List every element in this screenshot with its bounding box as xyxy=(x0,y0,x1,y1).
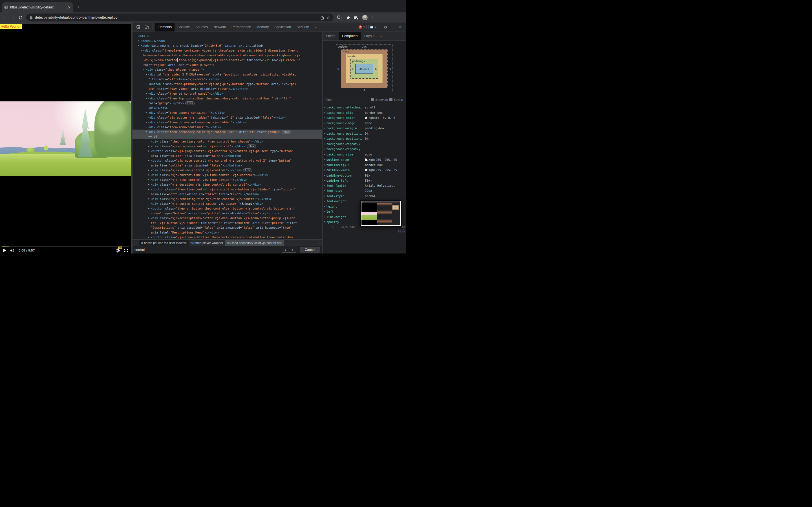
expand-arrow-icon[interactable]: ▶ xyxy=(322,152,326,157)
bookmark-star-icon[interactable]: ☆ xyxy=(326,15,330,20)
expand-arrow-icon[interactable]: ▶ xyxy=(147,216,150,221)
media-playlist-icon[interactable] xyxy=(354,15,359,20)
flex-badge[interactable]: flex xyxy=(185,101,194,105)
expand-arrow-icon[interactable]: ▶ xyxy=(322,115,326,121)
error-badge[interactable]: ✕1 xyxy=(357,25,366,29)
expand-arrow-icon[interactable]: ▶ xyxy=(322,214,326,220)
dom-node[interactable]: ▶<div class="vjs-current-time vjs-time-c… xyxy=(133,173,322,177)
dom-node[interactable]: ▶<button class="vjs-mute-control vjs-con… xyxy=(133,158,322,163)
dom-node[interactable]: ▶<button class="theo-vr-button theo-cont… xyxy=(133,206,322,211)
volume-icon[interactable] xyxy=(10,249,15,252)
video-settings-button[interactable]: HD xyxy=(115,248,120,252)
breadcrumb-item[interactable]: div.theo-player-wrapper xyxy=(189,240,225,245)
filter-input[interactable]: Filter xyxy=(325,98,333,101)
computed-property-row[interactable]: ▶outline-colorrgb(255, 255, 25 xyxy=(322,157,406,163)
devtools-tab-application[interactable]: Application xyxy=(271,23,294,32)
expand-arrow-icon[interactable]: ▶ xyxy=(322,183,326,188)
forward-button[interactable]: → xyxy=(11,15,15,20)
computed-property-row[interactable]: ▶outline-stylenone xyxy=(322,163,406,168)
inspect-element-icon[interactable] xyxy=(135,25,142,29)
computed-property-row[interactable]: ▶background-position…0% xyxy=(322,136,406,142)
expand-arrow-icon[interactable]: ▶ xyxy=(322,168,326,173)
extensions-puzzle-icon[interactable] xyxy=(346,15,350,20)
computed-property-row[interactable]: ▶padding-left6px xyxy=(322,178,406,183)
expand-arrow-icon[interactable]: ▶ xyxy=(147,177,150,182)
dom-node-selected[interactable]: == $0 xyxy=(133,134,322,139)
dom-node[interactable]: aria-live="off" aria-disabled="false" ti… xyxy=(133,192,322,196)
dom-node[interactable]: <div class="theo-tertiary-color theo-con… xyxy=(133,139,322,144)
devtools-tab-security[interactable]: Security xyxy=(294,23,312,32)
box-model-diagram[interactable]: position 785 0 0 0 margin - - - - border… xyxy=(336,45,393,93)
computed-property-row[interactable]: ▶background-clipborder-box xyxy=(322,110,406,115)
search-next-button[interactable]: ▼ xyxy=(289,247,296,252)
dom-node[interactable]: ▶<div class="vjs-progress-control vjs-co… xyxy=(133,144,322,149)
dom-node[interactable]: aria-live="polite" aria-disabled="false"… xyxy=(133,163,322,168)
devtools-menu-icon[interactable]: ⋮ xyxy=(389,25,396,29)
expand-arrow-icon[interactable]: ▶ xyxy=(322,209,326,214)
expand-arrow-icon[interactable]: ▶ xyxy=(147,187,150,192)
expand-arrow-icon[interactable]: ▶ xyxy=(147,149,150,154)
color-swatch[interactable] xyxy=(365,159,367,161)
browser-tab[interactable]: https://detect-visibility-default ✕ xyxy=(2,2,73,12)
dom-node[interactable]: ▶<div class="vjs-time-control vjs-time-d… xyxy=(133,177,322,182)
dom-node[interactable]: role="region" aria-label="video player"> xyxy=(133,62,322,67)
expand-arrow-icon[interactable]: ▶ xyxy=(137,39,140,43)
browser-menu-icon[interactable]: ⋮ xyxy=(371,15,375,20)
flex-badge[interactable]: flex xyxy=(247,145,256,148)
dom-node[interactable]: role="group">…</div>flex xyxy=(133,101,322,106)
devtools-tab-sources[interactable]: Sources xyxy=(193,23,211,32)
video-poster-frame[interactable] xyxy=(0,101,131,176)
collapse-arrow-icon[interactable]: ▼ xyxy=(145,129,148,134)
expand-arrow-icon[interactable]: ▶ xyxy=(322,142,326,147)
dom-node[interactable]: ite" title="Play Video" aria-disabled="f… xyxy=(133,87,322,91)
dom-node[interactable]: aria-live="polite" aria-disabled="false"… xyxy=(133,154,322,158)
expand-arrow-icon[interactable]: ▶ xyxy=(322,131,326,136)
dom-node[interactable]: ▶<button class="theo-primary-color vjs-b… xyxy=(133,82,322,87)
flex-badge[interactable]: flex xyxy=(243,168,252,172)
collapse-arrow-icon[interactable]: ▼ xyxy=(137,43,140,48)
dom-node[interactable]: idden" type="button" aria-live="polite" … xyxy=(133,211,322,216)
breadcrumb-overflow-right[interactable]: … xyxy=(315,241,322,244)
new-tab-button[interactable]: + xyxy=(77,4,80,10)
expand-arrow-icon[interactable]: ▶ xyxy=(322,178,326,183)
devtools-tab-memory[interactable]: Memory xyxy=(254,23,271,32)
expand-arrow-icon[interactable]: ▶ xyxy=(145,120,148,125)
computed-property-row[interactable]: ▶background-attachme…scroll xyxy=(322,105,406,110)
expand-arrow-icon[interactable]: ▶ xyxy=(322,173,326,178)
screen-share-pip-window[interactable] xyxy=(360,200,402,227)
dom-node[interactable]: ▶<div class="vjs-duration vjs-time-contr… xyxy=(133,182,322,187)
expand-arrow-icon[interactable]: ▶ xyxy=(147,235,150,239)
expand-arrow-icon[interactable]: ▶ xyxy=(145,125,148,129)
expand-arrow-icon[interactable]: ▶ xyxy=(145,82,148,87)
expand-arrow-icon[interactable]: ▶ xyxy=(147,158,150,163)
play-button[interactable] xyxy=(3,249,6,252)
dom-node[interactable]: <div class="vjs-poster vjs-hidden" tabin… xyxy=(133,115,322,120)
dom-node[interactable]: ▶<div class="theo-top-controlbar theo-se… xyxy=(133,96,322,101)
more-tabs-icon[interactable]: » xyxy=(312,25,319,29)
expand-arrow-icon[interactable]: ▶ xyxy=(147,168,150,173)
expand-arrow-icon[interactable]: ▶ xyxy=(145,91,148,96)
dom-node[interactable]: ▼<body data-new-gr-c-s-check-loaded="14.… xyxy=(133,43,322,48)
devtools-close-icon[interactable]: ✕ xyxy=(397,25,404,29)
reload-button[interactable] xyxy=(18,15,23,20)
group-checkbox[interactable] xyxy=(389,98,393,101)
dom-node[interactable]: ▶<button class="vjs-play-control vjs-con… xyxy=(133,149,322,154)
computed-property-row[interactable]: ▶font-familyArial, Helvetica, xyxy=(322,183,406,188)
color-swatch[interactable] xyxy=(365,117,367,119)
expand-arrow-icon[interactable]: ▶ xyxy=(322,204,326,209)
expand-arrow-icon[interactable]: ▶ xyxy=(322,147,326,152)
expand-arrow-icon[interactable]: ▶ xyxy=(322,157,326,163)
dom-node[interactable]: ▶<div class="theo-chromecast-overlay vjs… xyxy=(133,120,322,125)
dom-node[interactable]: " tabindex="-1" class="vjs-tech">…</div> xyxy=(133,77,322,82)
sidebar-more-tabs-icon[interactable]: » xyxy=(378,34,384,38)
dom-node[interactable]: ▼<div class="theoplayer-container video-… xyxy=(133,48,322,53)
search-previous-button[interactable]: ▲ xyxy=(282,247,289,252)
back-button[interactable]: ← xyxy=(3,15,7,20)
devtools-tab-network[interactable]: Network xyxy=(211,23,229,32)
profile-avatar[interactable] xyxy=(362,15,368,20)
collapse-arrow-icon[interactable]: ▼ xyxy=(322,219,326,225)
dom-node[interactable]: aria-label="Descriptions Menu">…</div> xyxy=(133,230,322,235)
computed-property-row[interactable]: ▶font-size12px xyxy=(322,188,406,193)
dom-node[interactable]: "Descriptions" aria-disabled="false" ari… xyxy=(133,225,322,230)
expand-arrow-icon[interactable]: ▶ xyxy=(322,193,326,199)
